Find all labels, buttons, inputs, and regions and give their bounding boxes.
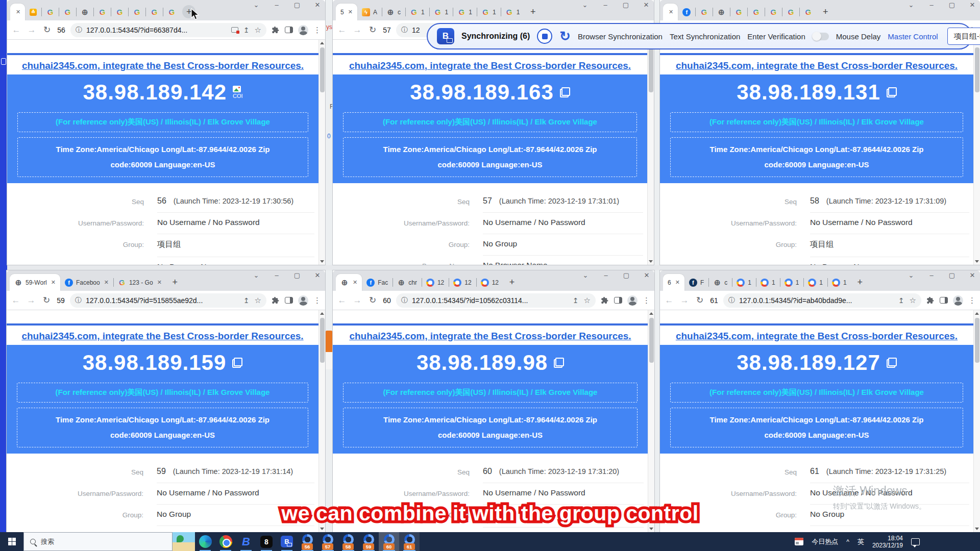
window-chevron-button[interactable]: ⌄	[581, 1, 589, 9]
tab[interactable]: G1	[405, 4, 429, 20]
share-icon[interactable]: ↥	[898, 296, 904, 305]
tab[interactable]: 1	[756, 274, 780, 291]
forward-button[interactable]: →	[352, 295, 362, 306]
window-close-button[interactable]: ✕	[643, 271, 650, 279]
tab-active[interactable]: ✕	[663, 4, 678, 20]
page-headline-link[interactable]: chuhai2345.com, integrate the Best Cross…	[660, 59, 973, 74]
tray-expand-icon[interactable]: ^	[846, 538, 849, 545]
site-info-icon[interactable]: ⓘ	[75, 296, 82, 305]
toolbar-item-enter-verification[interactable]: Enter Verification	[747, 32, 805, 41]
tab[interactable]: 1	[803, 274, 827, 291]
window-maximize-button[interactable]: ▢	[293, 1, 301, 9]
share-icon[interactable]: ↥	[243, 26, 250, 34]
taskbar-browser-instance-56[interactable]: 56	[297, 532, 317, 551]
page-scrollbar[interactable]	[318, 40, 325, 265]
new-tab-button[interactable]: +	[853, 276, 867, 289]
page-headline-link[interactable]: chuhai2345.com, integrate the Best Cross…	[333, 59, 647, 74]
tab[interactable]: G	[747, 4, 765, 20]
copy-icon[interactable]	[560, 87, 570, 97]
page-headline-link[interactable]: chuhai2345.com, integrate the Best Cross…	[660, 330, 973, 345]
tab[interactable]: 1	[827, 274, 851, 291]
window-maximize-button[interactable]: ▢	[948, 271, 955, 279]
window-minimize-button[interactable]: –	[928, 1, 935, 9]
page-headline-link[interactable]: chuhai2345.com, integrate the Best Cross…	[333, 330, 648, 345]
tab[interactable]: f	[678, 4, 695, 20]
bookmark-star-icon[interactable]: ☆	[910, 296, 916, 305]
copy-icon[interactable]	[232, 358, 242, 368]
window-close-button[interactable]: ✕	[969, 1, 976, 9]
window-minimize-button[interactable]: –	[273, 1, 280, 9]
side-panel-icon[interactable]	[614, 297, 622, 304]
taskbar-black-app-icon[interactable]: 8	[256, 532, 277, 551]
address-bar[interactable]: ⓘ 127.0.0.1:54345/?id=10562c03114... ↥ ☆	[396, 293, 596, 308]
tab[interactable]: G	[765, 4, 782, 20]
window-minimize-button[interactable]: –	[602, 1, 609, 9]
page-scrollbar[interactable]	[318, 310, 325, 532]
taskbar-browser-instance-61[interactable]: 61	[399, 532, 420, 551]
tab[interactable]: ⊕	[76, 4, 93, 20]
taskbar-browser-instance-60[interactable]: 60	[379, 532, 399, 551]
extensions-puzzle-icon[interactable]	[926, 296, 935, 305]
back-button[interactable]: ←	[11, 295, 21, 306]
copy-icon[interactable]	[887, 358, 897, 368]
window-chevron-button[interactable]: ⌄	[908, 1, 915, 9]
profile-avatar[interactable]	[298, 25, 308, 35]
reload-button[interactable]: ↻	[368, 24, 378, 35]
tab[interactable]: G1	[477, 4, 501, 20]
tab-close-icon[interactable]: ✕	[104, 279, 109, 286]
tab[interactable]: G	[59, 4, 76, 20]
page-scrollbar[interactable]	[648, 310, 654, 532]
tab-active[interactable]: 6✕	[663, 274, 684, 291]
tab-active[interactable]: 5✕	[336, 4, 357, 20]
tab[interactable]: G	[695, 4, 713, 20]
bookmark-star-icon[interactable]: ☆	[255, 26, 261, 35]
taskbar-edge-icon[interactable]	[195, 532, 215, 551]
new-tab-button[interactable]: +	[505, 276, 519, 289]
extensions-puzzle-icon[interactable]	[601, 296, 609, 305]
tab-active[interactable]: ⊕59-Worl✕	[10, 274, 60, 291]
browser-menu-icon[interactable]: ⋮	[643, 296, 650, 305]
tab-close-icon[interactable]: ✕	[51, 279, 56, 286]
window-maximize-button[interactable]: ▢	[623, 271, 630, 279]
tab[interactable]: fFaceboo✕	[60, 274, 113, 291]
new-tab-button[interactable]: +	[526, 5, 540, 18]
url-text[interactable]: 127.0.0.1:54345/?id=10562c03114...	[412, 296, 569, 305]
page-headline-link[interactable]: chuhai2345.com, integrate the Best Cross…	[7, 59, 318, 74]
tab[interactable]: fF	[684, 274, 708, 291]
forward-button[interactable]: →	[27, 25, 37, 35]
toolbar-item-master-control[interactable]: Master Control	[888, 32, 938, 41]
tab[interactable]: ⊕chr	[393, 274, 422, 291]
copy-icon[interactable]	[887, 87, 897, 97]
tab[interactable]: G	[799, 4, 817, 20]
address-bar[interactable]: ⓘ 127.0.0.1:54345/?id=515855ae92d... ↥ ☆	[70, 293, 266, 308]
back-button[interactable]: ←	[337, 295, 347, 306]
window-chevron-button[interactable]: ⌄	[253, 271, 260, 279]
tab[interactable]: ⊕c	[708, 274, 732, 291]
tab[interactable]: G	[41, 4, 59, 20]
group-select-dropdown[interactable]: 项目组-56 ▼	[947, 28, 980, 45]
tab[interactable]: G1	[453, 4, 477, 20]
window-maximize-button[interactable]: ▢	[622, 1, 629, 9]
reload-button[interactable]: ↻	[695, 295, 705, 306]
taskbar-search-box[interactable]: 搜索	[23, 532, 173, 551]
side-panel-icon[interactable]	[285, 27, 293, 33]
tab[interactable]: ϟA	[357, 4, 382, 20]
start-button[interactable]	[0, 532, 23, 551]
reading-list-badge-icon[interactable]	[231, 27, 238, 33]
tab[interactable]: ≙	[25, 4, 41, 20]
address-bar[interactable]: ⓘ 127.0.0.1:54345/?id=66387d4... ↥ ☆	[70, 23, 266, 37]
tab[interactable]: ⊕	[713, 4, 730, 20]
url-text[interactable]: 127.0.0.1:54345/?id=66387d4...	[86, 26, 227, 34]
tab[interactable]: 1	[780, 274, 804, 291]
share-icon[interactable]: ↥	[243, 296, 250, 305]
reload-button[interactable]: ↻	[42, 24, 52, 35]
reload-button[interactable]: ↻	[41, 295, 52, 306]
tab[interactable]: G	[782, 4, 799, 20]
window-chevron-button[interactable]: ⌄	[582, 271, 589, 279]
page-scrollbar[interactable]	[647, 40, 654, 265]
broken-image-icon[interactable]: COI	[233, 86, 243, 99]
site-info-icon[interactable]: ⓘ	[401, 296, 408, 305]
side-panel-icon[interactable]	[940, 297, 948, 304]
window-close-button[interactable]: ✕	[314, 1, 321, 9]
window-chevron-button[interactable]: ⌄	[908, 271, 915, 279]
